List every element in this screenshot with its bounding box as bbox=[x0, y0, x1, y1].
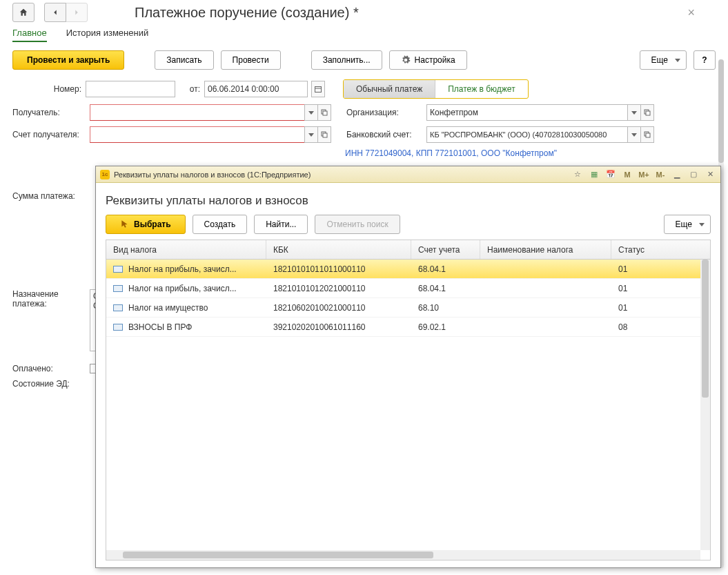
create-button[interactable]: Создать bbox=[193, 215, 248, 234]
number-label: Номер: bbox=[12, 84, 81, 94]
paid-label: Оплачено: bbox=[12, 364, 86, 373]
table-scrollbar-h[interactable] bbox=[106, 550, 700, 560]
col-tax-name[interactable]: Наименование налога bbox=[480, 240, 611, 259]
bank-acc-dropdown[interactable] bbox=[627, 126, 641, 143]
org-field[interactable]: Конфетпром bbox=[426, 104, 628, 121]
recipient-field[interactable] bbox=[90, 104, 305, 121]
bank-acc-open-icon[interactable] bbox=[640, 126, 654, 143]
m-minus-icon[interactable]: M- bbox=[654, 168, 667, 181]
modal-title-text: Реквизиты уплаты налогов и взносов (1С:П… bbox=[114, 170, 311, 179]
number-field[interactable] bbox=[86, 81, 175, 97]
from-label: от: bbox=[179, 84, 200, 94]
minimize-icon[interactable]: ▁ bbox=[671, 168, 683, 181]
back-button[interactable] bbox=[44, 3, 66, 22]
calc-icon[interactable]: ▦ bbox=[588, 168, 600, 181]
rec-account-label: Счет получателя: bbox=[12, 130, 86, 139]
record-icon bbox=[113, 324, 123, 331]
post-and-close-button[interactable]: Провести и закрыть bbox=[12, 50, 124, 70]
rec-account-field[interactable] bbox=[90, 126, 305, 143]
home-button[interactable] bbox=[12, 3, 35, 22]
cancel-search-button: Отменить поиск bbox=[315, 215, 400, 234]
bank-acc-field[interactable]: КБ "РОСПРОМБАНК" (ООО) (4070281003005008… bbox=[426, 126, 628, 143]
rec-account-open-icon[interactable] bbox=[317, 126, 331, 143]
forward-button[interactable] bbox=[66, 3, 88, 22]
cursor-icon bbox=[120, 220, 130, 229]
maximize-icon[interactable]: ▢ bbox=[687, 168, 700, 181]
record-icon bbox=[113, 266, 123, 273]
tab-history[interactable]: История изменений bbox=[66, 28, 149, 42]
tax-details-dialog: 1c Реквизиты уплаты налогов и взносов (1… bbox=[95, 166, 721, 568]
select-button[interactable]: Выбрать bbox=[106, 215, 186, 234]
gear-icon bbox=[401, 55, 411, 65]
m-plus-icon[interactable]: M+ bbox=[638, 168, 650, 181]
ed-state-label: Состояние ЭД: bbox=[12, 379, 86, 389]
col-account[interactable]: Счет учета bbox=[411, 240, 480, 259]
page-title: Платежное поручение (создание) * bbox=[135, 5, 359, 21]
fav-icon[interactable]: ☆ bbox=[571, 168, 584, 181]
seg-regular[interactable]: Обычный платеж bbox=[344, 80, 435, 98]
org-open-icon[interactable] bbox=[640, 104, 654, 121]
table-scrollbar-v[interactable] bbox=[700, 260, 710, 550]
purpose-label-1: Назначение bbox=[12, 289, 86, 299]
purpose-label-2: платежа: bbox=[12, 299, 86, 309]
svg-rect-7 bbox=[323, 133, 327, 137]
calendar-toolbar-icon[interactable]: 📅 bbox=[604, 168, 617, 181]
col-kbk[interactable]: КБК bbox=[266, 240, 411, 259]
close-icon[interactable]: × bbox=[687, 6, 695, 20]
save-button[interactable]: Записать bbox=[155, 50, 213, 70]
seg-budget[interactable]: Платеж в бюджет bbox=[435, 80, 527, 98]
recipient-label: Получатель: bbox=[12, 108, 86, 117]
table-row[interactable]: Налог на прибыль, зачисл... 182101010120… bbox=[106, 279, 710, 298]
calendar-icon[interactable] bbox=[311, 81, 325, 97]
modal-heading: Реквизиты уплаты налогов и взносов bbox=[106, 194, 711, 208]
payment-type-segment: Обычный платеж Платеж в бюджет bbox=[343, 79, 529, 99]
bank-acc-label: Банковский счет: bbox=[346, 130, 422, 139]
record-icon bbox=[113, 285, 123, 292]
col-status[interactable]: Статус bbox=[611, 240, 680, 259]
tax-table: Вид налога КБК Счет учета Наименование н… bbox=[106, 240, 711, 561]
col-tax-type[interactable]: Вид налога bbox=[106, 240, 266, 259]
more-button-modal[interactable]: Еще bbox=[664, 215, 711, 234]
table-row[interactable]: Налог на имущество 18210602010021000110 … bbox=[106, 298, 710, 318]
close-modal-icon[interactable]: ✕ bbox=[704, 168, 716, 181]
svg-rect-3 bbox=[323, 111, 327, 115]
svg-rect-0 bbox=[315, 87, 322, 92]
recipient-dropdown[interactable] bbox=[304, 104, 318, 121]
settings-button[interactable]: Настройка bbox=[389, 50, 467, 70]
more-button-main[interactable]: Еще bbox=[640, 50, 687, 70]
org-dropdown[interactable] bbox=[627, 104, 641, 121]
m-icon[interactable]: M bbox=[621, 168, 633, 181]
svg-rect-5 bbox=[646, 111, 650, 115]
table-row[interactable]: Налог на прибыль, зачисл... 182101010110… bbox=[106, 260, 710, 279]
app-1c-icon: 1c bbox=[100, 170, 110, 179]
rec-account-dropdown[interactable] bbox=[304, 126, 318, 143]
fill-button[interactable]: Заполнить... bbox=[311, 50, 382, 70]
inn-link[interactable]: ИНН 7721049004, КПП 772101001, ООО "Конф… bbox=[345, 148, 557, 158]
post-button[interactable]: Провести bbox=[221, 50, 281, 70]
date-field[interactable]: 06.06.2014 0:00:00 bbox=[204, 81, 308, 97]
sum-label: Сумма платежа: bbox=[12, 191, 86, 201]
record-icon bbox=[113, 304, 123, 311]
org-label: Организация: bbox=[346, 108, 422, 117]
recipient-open-icon[interactable] bbox=[317, 104, 331, 121]
tab-main[interactable]: Главное bbox=[12, 28, 47, 42]
svg-rect-9 bbox=[646, 133, 650, 137]
table-row[interactable]: ВЗНОСЫ В ПРФ 39210202010061011160 69.02.… bbox=[106, 318, 710, 337]
help-button[interactable]: ? bbox=[693, 50, 716, 70]
find-button[interactable]: Найти... bbox=[254, 215, 308, 234]
